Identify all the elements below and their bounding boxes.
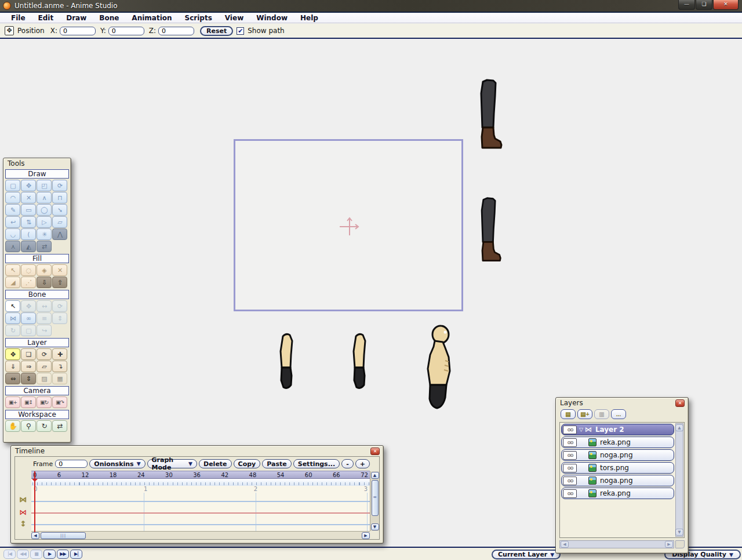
flip-layer-v-tool[interactable]: ⇕ bbox=[21, 373, 36, 384]
translate-bone-tool[interactable]: ✥ bbox=[21, 300, 36, 312]
panel-resize-corner[interactable] bbox=[675, 540, 685, 548]
title-bar[interactable]: Untitled.anme - Anime Studio — ❏ ✕ bbox=[0, 0, 742, 13]
add-point-tool[interactable]: ◠ bbox=[5, 192, 20, 203]
menu-item[interactable]: Window bbox=[250, 13, 294, 23]
scroll-up-icon[interactable]: ▲ bbox=[371, 472, 379, 479]
stop-button[interactable]: ■ bbox=[30, 550, 42, 559]
paste-keyframe-button[interactable]: Paste bbox=[262, 459, 291, 468]
raise-shape-tool[interactable]: ⇧ bbox=[52, 277, 67, 288]
layer-row[interactable]: ⊙⊙ ▽ ⋈ noga.png bbox=[561, 475, 674, 486]
layers-vscrollbar[interactable]: ▲ ▼ bbox=[675, 423, 683, 537]
timeline-settings-button[interactable]: Settings... bbox=[293, 459, 340, 468]
line-width-tool[interactable]: ⋰ bbox=[21, 277, 36, 288]
frame-ruler[interactable]: 061218243036424854606672 bbox=[31, 471, 370, 479]
layers-panel-title[interactable]: Layers bbox=[556, 398, 688, 408]
pan-tilt-camera-tool[interactable]: ▣↷ bbox=[52, 397, 67, 408]
fast-forward-button[interactable]: ▶▶ bbox=[57, 550, 69, 559]
add-bone-tool[interactable]: ⋈ bbox=[5, 312, 20, 324]
timeline-close-button[interactable]: ✕ bbox=[370, 448, 380, 455]
scatter-brush-tool[interactable]: ✳ bbox=[37, 228, 52, 240]
torso-image[interactable] bbox=[420, 325, 452, 412]
curvature-tool[interactable]: ↩ bbox=[5, 216, 20, 228]
noise-tool[interactable]: ⇅ bbox=[21, 216, 36, 228]
flip-layer-h-tool[interactable]: ⇔ bbox=[5, 373, 20, 384]
expand-triangle-icon[interactable]: ▽ bbox=[579, 427, 583, 432]
layers-list[interactable]: ⊙⊙ ▽ ⋈ Layer 2 ⊙⊙ ▽ ⋈ reka.png ⊙⊙ ▽ ⋈ bbox=[559, 422, 685, 538]
axis-input[interactable] bbox=[60, 27, 96, 35]
new-layer-type-button[interactable]: ▤+ bbox=[577, 409, 592, 419]
timeline-panel-title[interactable]: Timeline bbox=[11, 446, 383, 456]
create-shape-tool[interactable]: ◌ bbox=[21, 264, 36, 276]
translate-points-tool[interactable]: ✥ bbox=[21, 180, 36, 191]
jump-end-button[interactable]: ▶| bbox=[70, 550, 82, 559]
ruler-tick-strip[interactable] bbox=[31, 479, 370, 486]
frame-input[interactable] bbox=[55, 460, 88, 468]
reset-button[interactable]: Reset bbox=[200, 26, 233, 36]
zoom-workspace-tool[interactable]: ⚲ bbox=[21, 420, 36, 432]
step-back-button[interactable]: ◀◀ bbox=[17, 550, 29, 559]
pan-workspace-tool[interactable]: ✋ bbox=[5, 420, 20, 432]
delete-layer-button[interactable]: ▥ bbox=[594, 409, 609, 419]
translate-layer-tool[interactable]: ✥ bbox=[5, 348, 20, 360]
rotate-layer-y-tool[interactable]: ⇒ bbox=[21, 361, 36, 372]
rotate-bone-tool[interactable]: ⟳ bbox=[52, 300, 67, 312]
rotate-points-tool[interactable]: ⟳ bbox=[52, 180, 67, 191]
arrow-tool[interactable]: ➘ bbox=[52, 204, 67, 216]
layer-noise-tool[interactable]: ▦ bbox=[52, 373, 67, 384]
reset-workspace-tool[interactable]: ⇄ bbox=[52, 420, 67, 432]
visibility-eyes-icon[interactable]: ⊙⊙ bbox=[563, 426, 577, 434]
visibility-eyes-icon[interactable]: ⊙⊙ bbox=[563, 464, 577, 472]
rotate-workspace-tool[interactable]: ↻ bbox=[37, 420, 52, 432]
sharp-corner-tool[interactable]: ∧ bbox=[37, 192, 52, 203]
graph-mode-dropdown[interactable]: Graph Mode ▼ bbox=[147, 459, 197, 468]
menu-item[interactable]: File bbox=[5, 13, 32, 23]
arm-image[interactable] bbox=[349, 332, 371, 392]
rotate-layer-z-tool[interactable]: ⟳ bbox=[37, 348, 52, 360]
scroll-up-icon[interactable]: ▲ bbox=[675, 424, 683, 431]
timeline-hscrollbar[interactable]: ◀ ||| ▶ bbox=[31, 531, 370, 539]
menu-item[interactable]: Edit bbox=[32, 13, 60, 23]
show-path-checkbox[interactable]: ✔ bbox=[237, 27, 244, 35]
stroke-exposure-tool[interactable]: ⇄ bbox=[37, 241, 52, 252]
select-points-tool[interactable]: ▢ bbox=[5, 180, 20, 191]
gradient-tool[interactable]: ◢ bbox=[5, 277, 20, 288]
layers-hscrollbar[interactable]: ◀ ▶ bbox=[559, 540, 674, 548]
menu-item[interactable]: View bbox=[219, 13, 250, 23]
zoom-in-timeline-button[interactable]: + bbox=[355, 459, 370, 468]
playhead[interactable] bbox=[34, 471, 35, 532]
current-layer-dropdown[interactable]: Current Layer ▼ bbox=[492, 550, 561, 559]
reparent-bone-tool[interactable]: ∞ bbox=[21, 312, 36, 324]
arm-image[interactable] bbox=[276, 332, 298, 392]
freehand-tool[interactable]: ✎ bbox=[5, 204, 20, 216]
layer-row[interactable]: ⊙⊙ ▽ ⋈ reka.png bbox=[561, 437, 674, 448]
leg-image[interactable] bbox=[474, 79, 504, 152]
menu-item[interactable]: Draw bbox=[60, 13, 93, 23]
scroll-right-icon[interactable]: ▶ bbox=[665, 541, 673, 548]
vscroll-thumb[interactable]: ≡ bbox=[372, 480, 379, 516]
set-origin-tool[interactable]: ✚ bbox=[52, 348, 67, 360]
duplicate-layer-tool[interactable]: ❏ bbox=[21, 348, 36, 360]
leg-image[interactable] bbox=[475, 195, 503, 267]
curve-profile-tool[interactable]: ◡ bbox=[5, 228, 20, 240]
magnet-tool[interactable]: ⊓ bbox=[52, 192, 67, 203]
timeline-tracks[interactable]: 0123 bbox=[31, 486, 370, 531]
menu-item[interactable]: Bone bbox=[93, 13, 125, 23]
visibility-eyes-icon[interactable]: ⊙⊙ bbox=[563, 451, 577, 460]
delete-keyframe-button[interactable]: Delete bbox=[199, 459, 232, 468]
layer-z-tool[interactable]: ↴ bbox=[52, 361, 67, 372]
bone-dynamics-tool[interactable]: ⇕ bbox=[52, 312, 67, 324]
zoom-out-timeline-button[interactable]: - bbox=[341, 459, 354, 468]
layer-options-button[interactable]: ... bbox=[611, 409, 626, 419]
play-button[interactable]: ▶ bbox=[43, 550, 56, 559]
scroll-right-icon[interactable]: ▶ bbox=[362, 532, 370, 539]
rewind-button[interactable]: |◀ bbox=[3, 550, 16, 559]
track-camera-tool[interactable]: ▣+ bbox=[5, 397, 20, 408]
layer-row[interactable]: ⊙⊙ ▽ ⋈ Layer 2 bbox=[561, 424, 674, 435]
close-button[interactable]: ✕ bbox=[713, 0, 739, 10]
axis-input[interactable] bbox=[158, 27, 194, 35]
paint-bucket-tool[interactable]: ◈ bbox=[37, 264, 52, 276]
scroll-left-icon[interactable]: ◀ bbox=[561, 541, 569, 548]
select-shape-tool[interactable]: ↖ bbox=[5, 264, 20, 276]
menu-item[interactable]: Help bbox=[294, 13, 325, 23]
manipulate-bones-tool[interactable]: ↻ bbox=[5, 325, 20, 336]
